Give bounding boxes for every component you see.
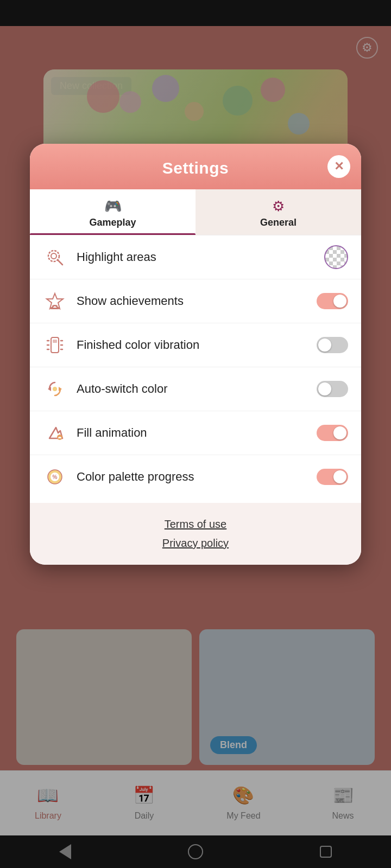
color-palette-progress-icon: % xyxy=(43,465,67,489)
show-achievements-label: Show achievements xyxy=(77,294,307,308)
tab-general[interactable]: ⚙ General xyxy=(195,189,361,235)
dialog-header: Settings ✕ xyxy=(30,144,361,189)
show-achievements-toggle[interactable] xyxy=(317,293,348,309)
gameplay-icon: 🎮 xyxy=(104,198,122,215)
svg-point-1 xyxy=(51,253,56,259)
finished-color-vibration-toggle[interactable] xyxy=(317,337,348,353)
svg-line-2 xyxy=(58,260,62,265)
tab-gameplay[interactable]: 🎮 Gameplay xyxy=(30,189,195,235)
finished-color-vibration-icon xyxy=(43,333,67,357)
auto-switch-color-toggle[interactable] xyxy=(317,381,348,397)
general-icon: ⚙ xyxy=(272,198,285,215)
setting-fill-animation: Fill animation xyxy=(30,411,361,455)
show-achievements-icon xyxy=(43,289,67,313)
terms-link[interactable]: Terms of use xyxy=(165,518,226,531)
fill-animation-toggle[interactable] xyxy=(317,425,348,441)
fill-animation-label: Fill animation xyxy=(77,426,307,440)
dialog-title: Settings xyxy=(162,159,229,177)
svg-text:%: % xyxy=(53,474,58,480)
tabs-container: 🎮 Gameplay ⚙ General xyxy=(30,189,361,235)
setting-highlight-areas: Highlight areas xyxy=(30,235,361,279)
auto-switch-color-label: Auto-switch color xyxy=(77,382,307,396)
finished-color-vibration-label: Finished color vibration xyxy=(77,338,307,352)
highlight-areas-control[interactable] xyxy=(324,245,348,269)
fill-animation-icon xyxy=(43,421,67,445)
privacy-link[interactable]: Privacy policy xyxy=(162,537,229,550)
highlight-areas-label: Highlight areas xyxy=(77,250,314,264)
dialog-footer: Terms of use Privacy policy xyxy=(30,503,361,565)
auto-switch-color-icon xyxy=(43,377,67,401)
settings-list: Highlight areas Show achievements xyxy=(30,235,361,503)
settings-dialog: Settings ✕ 🎮 Gameplay ⚙ General Highligh… xyxy=(30,144,361,565)
setting-finished-color-vibration: Finished color vibration xyxy=(30,323,361,367)
setting-show-achievements: Show achievements xyxy=(30,279,361,323)
svg-rect-12 xyxy=(53,340,57,343)
setting-color-palette-progress: % Color palette progress xyxy=(30,455,361,499)
svg-point-15 xyxy=(53,387,57,391)
close-button[interactable]: ✕ xyxy=(327,155,350,178)
highlight-areas-icon xyxy=(43,245,67,269)
setting-auto-switch-color: Auto-switch color xyxy=(30,367,361,411)
gameplay-label: Gameplay xyxy=(89,217,136,228)
color-palette-progress-label: Color palette progress xyxy=(77,470,307,484)
color-palette-progress-toggle[interactable] xyxy=(317,469,348,485)
general-label: General xyxy=(260,217,297,228)
